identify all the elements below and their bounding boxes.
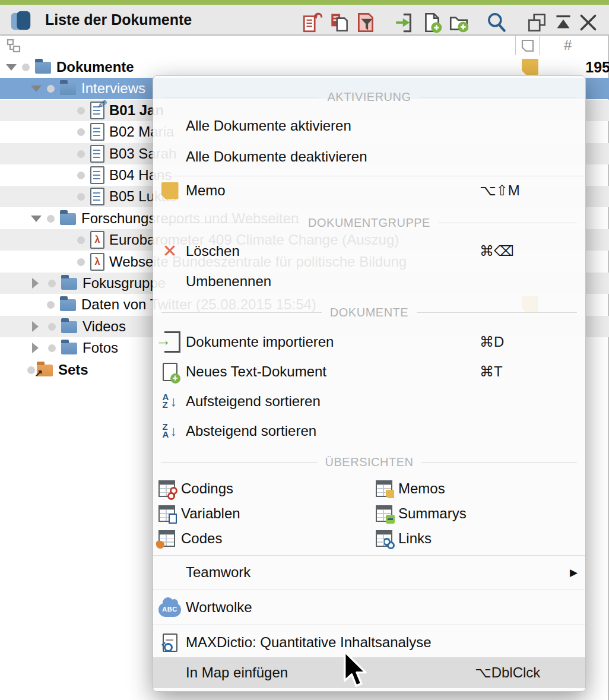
menu-separator (153, 555, 585, 556)
activation-dot[interactable] (22, 64, 30, 71)
activation-dot[interactable] (77, 107, 85, 115)
menu-item-codings[interactable]: Codings (158, 477, 233, 501)
maxdictio-icon (158, 631, 181, 654)
activation-dot[interactable] (48, 344, 56, 352)
document-count: 3 (584, 316, 609, 337)
expander-right-icon[interactable] (32, 278, 39, 289)
activation-dot[interactable] (77, 172, 85, 179)
shortcut-label: ⌘T (480, 363, 503, 380)
new-text-document-icon[interactable] (420, 10, 445, 35)
search-icon[interactable] (484, 10, 509, 35)
count-column-header-icon[interactable]: # (564, 37, 572, 53)
memo-column-header-icon[interactable] (520, 38, 535, 56)
activation-dot[interactable] (47, 215, 55, 223)
shortcut-label: ⌘⌫ (480, 243, 514, 259)
text-document-icon (90, 123, 104, 141)
menu-item-memos[interactable]: Memos (376, 477, 445, 501)
activation-dot[interactable] (77, 128, 85, 136)
new-document-group-icon[interactable] (447, 10, 472, 35)
maxqda-document-list-window: { "window": { "title": "Liste der Dokume… (0, 0, 609, 700)
links-overview-icon (376, 530, 392, 547)
shortcut-label: ⌥⇧M (480, 182, 520, 199)
memos-overview-icon (376, 480, 392, 497)
submenu-arrow-icon: ▶ (570, 566, 578, 579)
expander-right-icon[interactable] (32, 343, 39, 353)
variables-overview-icon (158, 505, 175, 522)
sort-az-icon: AZ↓ (158, 390, 181, 413)
text-document-icon (90, 145, 104, 163)
folder-icon (60, 83, 76, 95)
menu-item-activate-all[interactable]: Alle Dokumente aktivieren (153, 114, 585, 138)
undock-window-icon[interactable] (525, 10, 550, 35)
text-document-edited-icon: ✎ (90, 102, 104, 119)
expander-down-icon[interactable] (31, 85, 42, 92)
word-cloud-icon: ABC (158, 596, 181, 619)
menu-item-delete[interactable]: ✕ Löschen ⌘⌫ (153, 239, 585, 263)
mouse-cursor (342, 651, 368, 690)
folder-icon (60, 299, 76, 311)
menu-item-memo[interactable]: Memo ⌥⇧M (153, 179, 585, 202)
menu-section-aktivierung: AKTIVIERUNG (153, 89, 585, 104)
tree-row-dokumente[interactable]: Dokumente 195 (0, 56, 609, 78)
expander-down-icon[interactable] (6, 64, 17, 71)
filter-documents-icon[interactable] (354, 10, 379, 35)
memo-icon (158, 179, 181, 202)
tree-view-toggle-icon[interactable] (6, 38, 21, 56)
document-list-icon (8, 8, 33, 33)
menu-section-dokumente: DOKUMENTE (153, 305, 585, 320)
document-count: 6 (584, 208, 609, 229)
panel-title-bar: Liste der Dokumente (0, 5, 609, 36)
menu-item-teamwork[interactable]: Teamwork ▶ (153, 560, 585, 584)
activation-dot[interactable] (77, 236, 85, 244)
context-menu: AKTIVIERUNG Alle Dokumente aktivieren Al… (153, 75, 586, 692)
menu-section-uebersichten: ÜBERSICHTEN (153, 454, 585, 470)
menu-item-in-map-einfuegen[interactable]: In Map einfügen ⌥DblClck (153, 657, 585, 688)
activation-dot[interactable] (77, 193, 85, 201)
menu-separator (153, 176, 585, 176)
sort-za-icon: ZA↓ (158, 420, 181, 442)
import-documents-icon[interactable] (394, 10, 418, 35)
text-document-icon (90, 188, 104, 205)
menu-item-variablen[interactable]: Variablen (158, 502, 240, 525)
menu-item-deactivate-all[interactable]: Alle Dokumente deaktivieren (153, 145, 585, 169)
text-document-icon (90, 166, 104, 184)
collapse-all-icon[interactable] (551, 10, 576, 35)
expander-down-icon[interactable] (31, 216, 42, 222)
menu-item-sort-ascending[interactable]: AZ↓ Aufsteigend sortieren (153, 389, 585, 413)
close-icon[interactable] (576, 10, 601, 35)
activation-dot[interactable] (77, 150, 85, 158)
activation-dot[interactable] (77, 258, 85, 266)
summaries-overview-icon (376, 505, 392, 522)
copy-activated-documents-icon[interactable] (327, 10, 352, 35)
menu-item-import-documents[interactable]: → Dokumente importieren ⌘D (153, 330, 585, 354)
pdf-document-icon: λ (90, 231, 104, 249)
shortcut-label: ⌥DblClck (475, 664, 540, 681)
menu-separator (153, 590, 585, 590)
activation-dot[interactable] (47, 85, 55, 93)
activation-dot[interactable] (47, 301, 55, 309)
new-document-icon: + (158, 360, 181, 383)
menu-item-summarys[interactable]: Summarys (376, 502, 467, 525)
activation-dot[interactable] (48, 323, 56, 331)
delete-x-icon: ✕ (158, 240, 181, 262)
menu-item-maxdictio[interactable]: MAXDictio: Quantitative Inhaltsanalyse (153, 631, 585, 654)
memo-indicator[interactable] (522, 59, 538, 75)
menu-item-links[interactable]: Links (376, 527, 432, 550)
codes-overview-icon (158, 530, 175, 547)
column-divider (539, 36, 540, 55)
pdf-document-icon: λ (90, 253, 104, 271)
folder-icon (60, 213, 76, 225)
reset-activations-icon[interactable] (300, 10, 325, 35)
menu-item-sort-descending[interactable]: ZA↓ Absteigend sortieren (153, 419, 585, 443)
list-header-bar: # (0, 36, 609, 56)
folder-icon (61, 278, 77, 290)
document-count: 195 (559, 56, 609, 78)
expander-right-icon[interactable] (32, 321, 39, 332)
activation-dot[interactable] (48, 280, 56, 287)
menu-item-codes[interactable]: Codes (158, 527, 222, 550)
menu-item-wortwolke[interactable]: ABC Wortwolke (153, 596, 585, 619)
menu-item-new-text-document[interactable]: + Neues Text-Dokument ⌘T (153, 360, 585, 384)
sets-folder-icon: ↗ (37, 365, 53, 376)
menu-item-rename[interactable]: Umbenennen (153, 270, 585, 293)
document-count: 20 (584, 273, 609, 294)
